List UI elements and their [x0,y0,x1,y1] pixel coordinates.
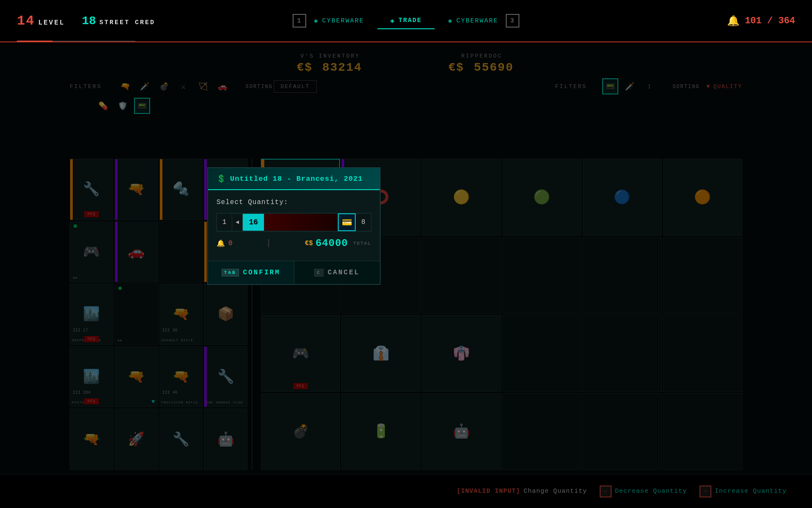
weight-icon: 🔔 [727,15,740,27]
confirm-label: CONFIRM [243,269,280,276]
street-cred-label: STREET CRED [99,19,155,26]
top-bar: 14 LEVEL 18 STREET CRED 1 ◈ CYBERWARE ◈ … [0,0,812,42]
nav-cyberware-left-label: CYBERWARE [322,17,364,25]
level-label: LEVEL [38,19,65,27]
price-divider: | [266,238,271,248]
quantity-dialog: 💲 Untitled 18 - Brancesi, 2021 Select Qu… [207,167,381,285]
top-right: 🔔 101 / 364 [727,15,795,27]
weight-display: 101 / 364 [745,16,795,26]
cancel-label: CANCEL [328,269,360,276]
street-cred-block: 18 STREET CRED [82,14,155,28]
price-row: 🔔 0 | €$ 64000 TOTAL [217,237,371,249]
cancel-button[interactable]: C CANCEL [294,261,380,284]
dialog-title-bar: 💲 Untitled 18 - Brancesi, 2021 [208,168,380,190]
top-bar-border [0,41,812,42]
credits-display: 🔔 0 [217,239,233,248]
quantity-value[interactable]: 16 [243,214,264,231]
quantity-maximum: 8 [356,214,371,230]
quantity-row: 1 ◄ 16 💳 8 [217,213,371,232]
nav-center: 1 ◈ CYBERWARE ◈ TRADE ◈ CYBERWARE 3 [280,10,532,31]
dialog-overlay [0,44,812,508]
confirm-key: TAB [222,269,239,276]
price-currency-symbol: €$ [305,240,313,247]
dialog-title-icon: 💲 [217,174,226,183]
dialog-title-text: Untitled 18 - Brancesi, 2021 [230,175,363,183]
cyberware-left-icon: ◈ [314,17,319,25]
quantity-bar [264,214,338,231]
quantity-arrow-left[interactable]: ◄ [232,215,243,230]
main-content: V'S INVENTORY €$ 83214 RIPPERDOC €$ 5569… [0,44,812,508]
nav-cyberware-left[interactable]: 1 ◈ CYBERWARE [280,10,377,31]
level-number: 14 [17,13,35,29]
total-price-display: €$ 64000 TOTAL [305,237,371,249]
quantity-item-icon: 💳 [338,213,356,231]
cyberware-right-icon: ◈ [448,17,453,25]
nav-box-3: 3 [506,14,519,28]
nav-cyberware-right-label: CYBERWARE [456,17,498,25]
dialog-body: Select Quantity: 1 ◄ 16 💳 8 🔔 0 | €$ 640… [208,190,380,261]
level-block: 14 LEVEL [17,13,65,29]
credits-icon: 🔔 [217,239,225,248]
select-quantity-label: Select Quantity: [217,199,371,206]
nav-trade[interactable]: ◈ TRADE [377,13,435,29]
dialog-buttons: TAB CONFIRM C CANCEL [208,261,380,284]
nav-box-1: 1 [293,14,306,28]
quantity-minimum: 1 [217,214,232,230]
price-total-label: TOTAL [353,241,371,246]
nav-cyberware-right[interactable]: ◈ CYBERWARE 3 [435,10,532,31]
street-cred-number: 18 [82,14,96,28]
price-amount: 64000 [315,237,348,249]
trade-icon: ◈ [390,17,395,25]
cancel-key: C [314,269,324,276]
credits-amount: 0 [228,240,233,247]
confirm-button[interactable]: TAB CONFIRM [208,261,294,284]
nav-trade-label: TRADE [398,17,422,24]
